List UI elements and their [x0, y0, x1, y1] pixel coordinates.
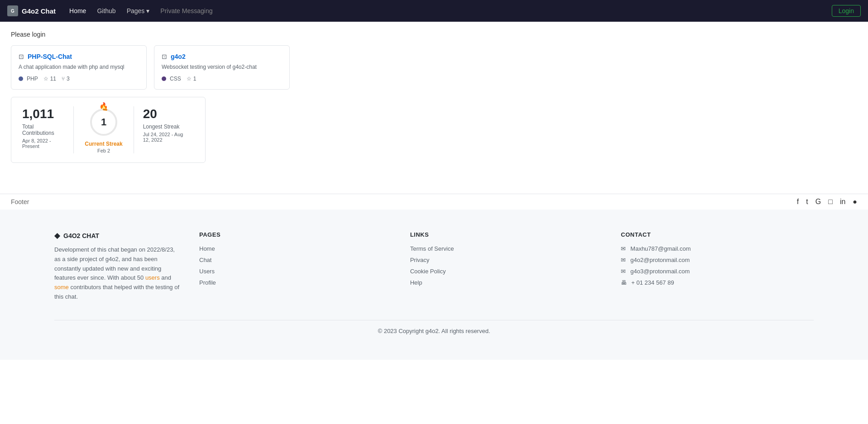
repo-header-1: ⊡ PHP-SQL-Chat [19, 53, 139, 60]
footer-top-bar: Footer f t G □ in ● [0, 194, 868, 210]
twitter-icon[interactable]: t [806, 198, 808, 206]
diamond-icon: ◆ [54, 231, 60, 240]
repo-cards: ⊡ PHP-SQL-Chat A chat application made w… [11, 45, 857, 90]
total-contributions-stat: 1,011 Total Contributions Apr 8, 2022 - … [22, 106, 74, 153]
footer-link-help[interactable]: Help [410, 279, 603, 286]
repo-icon-2: ⊡ [162, 53, 167, 60]
repo-desc-1: A chat application made with php and mys… [19, 64, 139, 70]
nav-pages-dropdown[interactable]: Pages ▾ [122, 5, 154, 17]
longest-streak-number: 20 [143, 106, 185, 122]
footer-contact-title: CONTACT [621, 231, 814, 238]
linkedin-icon[interactable]: in [840, 198, 845, 206]
footer-links-title: LINKS [410, 231, 603, 238]
repo-card-2: ⊡ g4o2 Websocket testing version of g4o2… [154, 45, 290, 90]
nav-private-messaging: Private Messaging [156, 5, 217, 17]
repo-desc-2: Websocket testing version of g4o2-chat [162, 64, 282, 70]
main-content: Please login ⊡ PHP-SQL-Chat A chat appli… [0, 22, 868, 183]
nav-github[interactable]: Github [92, 5, 120, 17]
brand-icon: G [7, 5, 18, 16]
current-streak-stat: 🔥 1 Current Streak Feb 2 [74, 106, 134, 153]
star-icon-2: ☆ [187, 76, 192, 82]
longest-streak-date: Jul 24, 2022 - Aug 12, 2022 [143, 132, 185, 143]
navbar: G G4o2 Chat Home Github Pages ▾ Private … [0, 0, 868, 22]
print-icon: 🖶 [621, 279, 627, 286]
repo-stars-2: ☆ 1 [187, 76, 197, 82]
total-contributions-label: Total Contributions [22, 124, 64, 136]
footer-main: ◆ G4O2 CHAT Development of this chat beg… [0, 210, 868, 360]
footer-brand-section: ◆ G4O2 CHAT Development of this chat beg… [54, 231, 181, 302]
footer-link-tos[interactable]: Terms of Service [410, 245, 603, 252]
repo-name-2[interactable]: g4o2 [171, 53, 186, 60]
fork-icon-1: ⑂ [62, 76, 65, 82]
repo-header-2: ⊡ g4o2 [162, 53, 282, 60]
login-prompt: Please login [11, 31, 857, 38]
footer-brand-title: ◆ G4O2 CHAT [54, 231, 181, 240]
brand-link[interactable]: G G4o2 Chat [7, 5, 56, 16]
footer-some-link[interactable]: some [54, 284, 69, 291]
repo-card-1: ⊡ PHP-SQL-Chat A chat application made w… [11, 45, 147, 90]
footer-pages-col: PAGES Home Chat Users Profile [199, 231, 392, 302]
footer-contact-col: CONTACT ✉ Maxhu787@gmail.com ✉ g4o2@prot… [621, 231, 814, 302]
repo-forks-1: ⑂ 3 [62, 76, 70, 82]
footer-pages-title: PAGES [199, 231, 392, 238]
google-icon[interactable]: G [815, 198, 821, 206]
streak-number: 1 [101, 116, 106, 128]
footer-page-users[interactable]: Users [199, 268, 392, 275]
repo-lang-1: PHP [19, 76, 38, 82]
lang-dot-css [162, 76, 166, 81]
github-icon[interactable]: ● [853, 198, 857, 206]
repo-stars-1: ☆ 11 [43, 76, 56, 82]
instagram-icon[interactable]: □ [828, 198, 833, 206]
total-contributions-number: 1,011 [22, 106, 64, 122]
footer-link-cookie[interactable]: Cookie Policy [410, 268, 603, 275]
login-button[interactable]: Login [832, 5, 861, 17]
repo-icon-1: ⊡ [19, 53, 24, 60]
contact-email-1: ✉ Maxhu787@gmail.com [621, 245, 814, 252]
longest-streak-stat: 20 Longest Streak Jul 24, 2022 - Aug 12,… [134, 106, 194, 153]
contact-email-3: ✉ g4o3@protonmail.com [621, 268, 814, 275]
streak-circle: 🔥 1 [88, 106, 120, 138]
chevron-down-icon: ▾ [146, 7, 149, 14]
footer-label: Footer [11, 198, 29, 205]
stats-section: 1,011 Total Contributions Apr 8, 2022 - … [11, 97, 206, 163]
star-icon-1: ☆ [43, 76, 48, 82]
social-icons: f t G □ in ● [797, 198, 857, 206]
nav-home[interactable]: Home [65, 5, 91, 17]
contact-email-2: ✉ g4o2@protonmail.com [621, 257, 814, 263]
repo-meta-1: PHP ☆ 11 ⑂ 3 [19, 76, 139, 82]
envelope-icon-1: ✉ [621, 245, 626, 252]
footer-brand-text: Development of this chat began on 2022/8… [54, 245, 181, 302]
current-streak-date: Feb 2 [97, 148, 110, 153]
longest-streak-label: Longest Streak [143, 124, 185, 130]
footer-links-col: LINKS Terms of Service Privacy Cookie Po… [410, 231, 603, 302]
footer-users-link[interactable]: users [145, 274, 160, 281]
contact-phone: 🖶 + 01 234 567 89 [621, 279, 814, 286]
footer-page-home[interactable]: Home [199, 245, 392, 252]
repo-name-1[interactable]: PHP-SQL-Chat [28, 53, 72, 60]
current-streak-label: Current Streak [85, 141, 122, 147]
footer-page-chat[interactable]: Chat [199, 257, 392, 263]
envelope-icon-2: ✉ [621, 257, 626, 263]
envelope-icon-3: ✉ [621, 268, 626, 275]
footer-link-privacy[interactable]: Privacy [410, 257, 603, 263]
facebook-icon[interactable]: f [797, 198, 799, 206]
footer-grid: ◆ G4O2 CHAT Development of this chat beg… [54, 231, 814, 302]
footer-copyright: © 2023 Copyright g4o2. All rights reserv… [54, 320, 814, 345]
repo-meta-2: CSS ☆ 1 [162, 76, 282, 82]
repo-lang-2: CSS [162, 76, 181, 82]
footer-page-profile[interactable]: Profile [199, 279, 392, 286]
lang-dot-php [19, 76, 23, 81]
total-contributions-date: Apr 8, 2022 - Present [22, 138, 64, 149]
brand-title: G4o2 Chat [22, 7, 56, 15]
nav-links: Home Github Pages ▾ Private Messaging [65, 5, 823, 17]
